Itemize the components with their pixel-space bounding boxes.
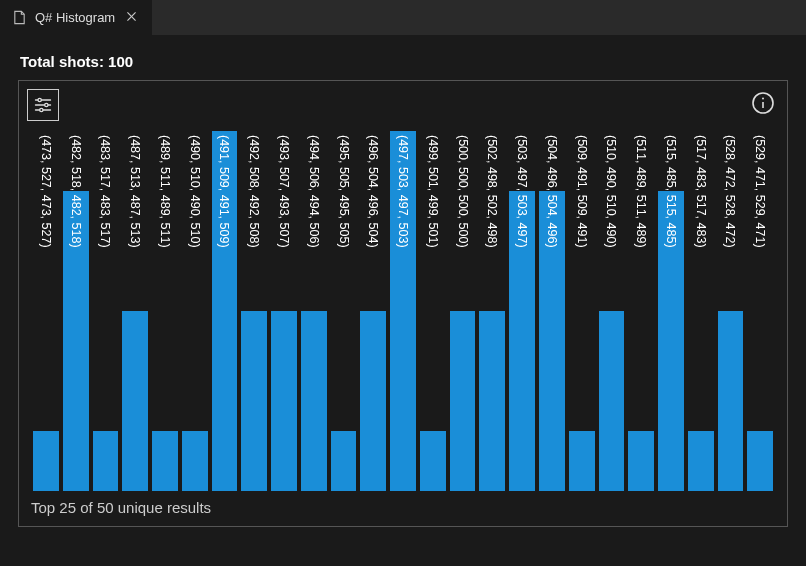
total-shots-label: Total shots: 100 xyxy=(20,53,788,70)
histogram-bar-label: (492, 508, 492, 508) xyxy=(247,135,261,248)
histogram-bar[interactable]: (511, 489, 511, 489) xyxy=(628,131,654,491)
histogram-bar[interactable]: (503, 497, 503, 497) xyxy=(509,131,535,491)
histogram-bar-label: (490, 510, 490, 510) xyxy=(188,135,202,248)
histogram-bar-label: (503, 497, 503, 497) xyxy=(515,135,529,248)
histogram-bar-label: (511, 489, 511, 489) xyxy=(634,135,648,248)
histogram-bar[interactable]: (496, 504, 496, 504) xyxy=(360,131,386,491)
histogram-bar-label: (495, 505, 495, 505) xyxy=(337,135,351,248)
info-icon xyxy=(751,91,775,115)
histogram-bar-label: (504, 496, 504, 496) xyxy=(545,135,559,248)
svg-point-7 xyxy=(40,108,43,111)
histogram-bar[interactable]: (483, 517, 483, 517) xyxy=(93,131,119,491)
histogram-bar-label: (483, 517, 483, 517) xyxy=(98,135,112,248)
histogram-bar-label: (509, 491, 509, 491) xyxy=(575,135,589,248)
content: Total shots: 100 (473, 527, 473, 527)(48… xyxy=(0,35,806,545)
histogram-bar-label: (489, 511, 489, 511) xyxy=(158,135,172,248)
histogram-bar[interactable]: (487, 513, 487, 513) xyxy=(122,131,148,491)
file-icon xyxy=(12,10,27,25)
histogram-bar[interactable]: (492, 508, 492, 508) xyxy=(241,131,267,491)
histogram-frame: (473, 527, 473, 527)(482, 518, 482, 518)… xyxy=(18,80,788,527)
svg-point-6 xyxy=(45,103,48,106)
svg-point-10 xyxy=(762,98,764,100)
histogram-bar[interactable]: (493, 507, 493, 507) xyxy=(271,131,297,491)
histogram-bar-label: (528, 472, 528, 472) xyxy=(723,135,737,248)
histogram-bar-label: (529, 471, 529, 471) xyxy=(753,135,767,248)
histogram-bar[interactable]: (495, 505, 495, 505) xyxy=(331,131,357,491)
svg-point-5 xyxy=(38,98,41,101)
tab-title: Q# Histogram xyxy=(35,10,115,25)
sliders-icon xyxy=(33,95,53,115)
histogram-bar-label: (502, 498, 502, 498) xyxy=(485,135,499,248)
histogram-bar-label: (497, 503, 497, 503) xyxy=(396,135,410,248)
settings-button[interactable] xyxy=(27,89,59,121)
tab-qsharp-histogram[interactable]: Q# Histogram xyxy=(0,0,153,35)
histogram-bar[interactable]: (529, 471, 529, 471) xyxy=(747,131,773,491)
histogram-bar-label: (499, 501, 499, 501) xyxy=(426,135,440,248)
histogram-bar-label: (510, 490, 510, 490) xyxy=(604,135,618,248)
histogram-bar-label: (487, 513, 487, 513) xyxy=(128,135,142,248)
tab-bar: Q# Histogram xyxy=(0,0,806,35)
histogram-bar[interactable]: (489, 511, 489, 511) xyxy=(152,131,178,491)
histogram-bar[interactable]: (502, 498, 502, 498) xyxy=(479,131,505,491)
histogram-bar[interactable]: (500, 500, 500, 500) xyxy=(450,131,476,491)
histogram-bar[interactable]: (517, 483, 517, 483) xyxy=(688,131,714,491)
histogram-bar[interactable]: (473, 527, 473, 527) xyxy=(33,131,59,491)
histogram-bar-label: (494, 506, 494, 506) xyxy=(307,135,321,248)
histogram-bar-label: (482, 518, 482, 518) xyxy=(69,135,83,248)
histogram-bar[interactable]: (494, 506, 494, 506) xyxy=(301,131,327,491)
chart-caption: Top 25 of 50 unique results xyxy=(29,491,777,518)
histogram-bar-label: (517, 483, 517, 483) xyxy=(694,135,708,248)
info-button[interactable] xyxy=(749,89,777,117)
histogram-bar[interactable]: (504, 496, 504, 496) xyxy=(539,131,565,491)
histogram-bar-label: (496, 504, 496, 504) xyxy=(366,135,380,248)
histogram-bar-label: (493, 507, 493, 507) xyxy=(277,135,291,248)
histogram-plot: (473, 527, 473, 527)(482, 518, 482, 518)… xyxy=(29,131,777,491)
histogram-bar[interactable]: (482, 518, 482, 518) xyxy=(63,131,89,491)
histogram-bar[interactable]: (515, 485, 515, 485) xyxy=(658,131,684,491)
histogram-bar-label: (473, 527, 473, 527) xyxy=(39,135,53,248)
histogram-bar[interactable]: (491, 509, 491, 509) xyxy=(212,131,238,491)
close-icon[interactable] xyxy=(123,8,140,27)
histogram-bar-label: (491, 509, 491, 509) xyxy=(217,135,231,248)
histogram-bar-label: (515, 485, 515, 485) xyxy=(664,135,678,248)
histogram-bar[interactable]: (528, 472, 528, 472) xyxy=(718,131,744,491)
histogram-bar[interactable]: (490, 510, 490, 510) xyxy=(182,131,208,491)
histogram-bar[interactable]: (499, 501, 499, 501) xyxy=(420,131,446,491)
histogram-bar[interactable]: (510, 490, 510, 490) xyxy=(599,131,625,491)
histogram-bar-label: (500, 500, 500, 500) xyxy=(456,135,470,248)
histogram-bar[interactable]: (497, 503, 497, 503) xyxy=(390,131,416,491)
histogram-bar[interactable]: (509, 491, 509, 491) xyxy=(569,131,595,491)
